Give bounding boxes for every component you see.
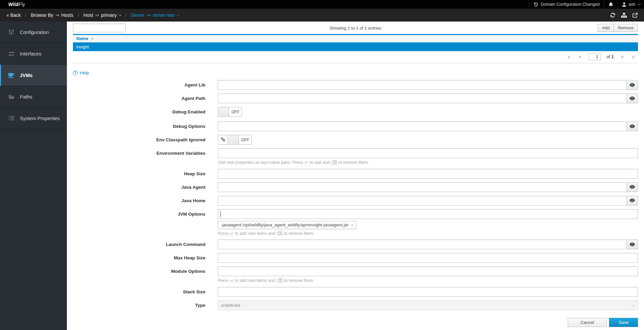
external-link-icon[interactable]: [633, 13, 638, 18]
cancel-button[interactable]: Cancel: [568, 318, 607, 327]
field-label-java-home: Java Home: [73, 196, 205, 203]
resolve-expression-button[interactable]: [627, 196, 638, 206]
user-name: ash: [629, 2, 635, 7]
column-header-name[interactable]: Name: [76, 36, 93, 41]
environment-variables-help: Add new properties as key=value pairs. P…: [218, 160, 638, 165]
help-link[interactable]: ? Help: [73, 70, 89, 75]
resolve-expression-button[interactable]: [627, 94, 638, 103]
pagination-prev-button[interactable]: <: [577, 54, 583, 60]
field-label-env-classpath-ignored: Env Classpath Ignored: [73, 135, 205, 142]
table-header: Name: [73, 34, 638, 42]
expression-link-button[interactable]: [218, 135, 228, 144]
domain-status-label: Domain Configuration Changed: [541, 2, 600, 7]
sidebar-item-label: Configuration: [20, 30, 49, 35]
resolve-expression-button[interactable]: [627, 182, 638, 192]
enter-key-icon: ↵: [304, 160, 308, 165]
breadcrumb-host-primary[interactable]: Host ⇒ primary: [83, 12, 121, 18]
enter-key-icon: ↵: [230, 231, 234, 236]
search-input[interactable]: [73, 24, 126, 32]
back-button[interactable]: « Back: [6, 12, 21, 18]
debug-enabled-toggle[interactable]: OFF: [218, 107, 242, 117]
row-name-cell: insight: [76, 44, 89, 49]
breadcrumb-server-server-two[interactable]: Server ⇒ server-two: [131, 12, 178, 18]
breadcrumb-browse-by-hosts[interactable]: Browse By ⇒ Hosts: [31, 12, 73, 18]
sidebar-item-interfaces[interactable]: Interfaces: [0, 43, 67, 65]
field-label-agent-lib: Agent Lib: [73, 80, 205, 87]
jvm-attributes-form: Agent Lib Agent Path: [73, 80, 638, 310]
java-agent-input[interactable]: [218, 182, 627, 192]
breadcrumb: « Back / Browse By ⇒ Hosts / Host ⇒ prim…: [0, 9, 644, 22]
notifications-button[interactable]: [604, 0, 617, 9]
pagination-first-button[interactable]: «: [566, 54, 572, 60]
pagination-last-button[interactable]: »: [631, 54, 636, 60]
refresh-icon[interactable]: [610, 12, 615, 18]
topology-icon[interactable]: [621, 13, 627, 18]
type-select[interactable]: undefined: [218, 300, 638, 310]
enter-key-icon: ↵: [230, 279, 234, 283]
eye-icon: [630, 82, 635, 88]
field-label-max-heap-size: Max Heap Size: [73, 253, 205, 260]
launch-command-input[interactable]: [218, 240, 627, 249]
sliders-icon: [8, 29, 15, 35]
resolve-expression-button[interactable]: [627, 240, 638, 249]
field-label-debug-options: Debug Options: [73, 121, 205, 129]
backspace-key-icon: ⌫: [331, 160, 337, 165]
field-label-heap-size: Heap Size: [73, 169, 205, 176]
page-number-input[interactable]: [589, 53, 601, 60]
environment-variables-input[interactable]: [218, 148, 638, 158]
sidebar-item-system-properties[interactable]: System Properties: [0, 108, 67, 129]
field-label-environment-variables: Environment Variables: [73, 148, 205, 156]
user-menu[interactable]: ash: [617, 0, 644, 9]
jvm-options-input[interactable]: [218, 209, 638, 219]
table-row[interactable]: insight: [73, 42, 638, 51]
stack-size-input[interactable]: [218, 287, 638, 297]
domain-configuration-changed-link[interactable]: Domain Configuration Changed: [529, 0, 604, 9]
folder-open-icon: [8, 95, 15, 99]
field-label-stack-size: Stack Size: [73, 287, 205, 294]
arrow-icon: ⇒: [147, 12, 151, 18]
breadcrumb-separator: /: [78, 12, 79, 18]
form-actions: Cancel Save: [568, 318, 638, 327]
env-classpath-ignored-toggle[interactable]: OFF: [218, 135, 252, 145]
arrow-icon: ⇒: [95, 12, 99, 18]
max-heap-size-input[interactable]: [218, 253, 638, 263]
breadcrumb-separator: /: [25, 12, 27, 18]
save-button[interactable]: Save: [609, 318, 638, 327]
agent-path-input[interactable]: [218, 94, 627, 103]
sidebar-item-paths[interactable]: Paths: [0, 86, 67, 108]
java-home-input[interactable]: [218, 196, 627, 206]
eye-icon: [630, 184, 635, 190]
remove-tag-button[interactable]: x: [351, 223, 353, 227]
remove-button[interactable]: Remove: [613, 24, 638, 32]
pagination: « < of1 > »: [73, 51, 638, 63]
eye-icon: [630, 123, 635, 130]
jvm-option-tag: -javaagent:/opt/wildfly/java_agent_wildf…: [218, 221, 356, 229]
bell-icon: [609, 2, 613, 7]
chevron-down-icon: [119, 13, 121, 16]
sidebar-item-jvms[interactable]: JVMs: [0, 65, 67, 86]
eye-icon: [630, 197, 635, 204]
main-content: Showing 1 to 1 of 1 entries Add Remove N…: [67, 22, 644, 330]
field-label-debug-enabled: Debug Enabled: [73, 107, 205, 114]
help-icon: ?: [73, 71, 78, 75]
type-select-value: undefined: [221, 303, 240, 308]
add-button[interactable]: Add: [598, 24, 614, 32]
field-label-module-options: Module Options: [73, 266, 205, 274]
jvm-options-help: Press ↵ to add new items and ⌫ to remove…: [218, 231, 638, 236]
sidebar-item-configuration[interactable]: Configuration: [0, 22, 67, 43]
debug-options-input[interactable]: [218, 121, 627, 131]
resolve-expression-button[interactable]: [627, 121, 638, 131]
wildfly-logo[interactable]: WildFly: [8, 2, 25, 7]
chevron-down-icon: [632, 303, 635, 306]
module-options-input[interactable]: [218, 266, 638, 276]
field-label-launch-command: Launch Command: [73, 240, 205, 247]
eye-icon: [630, 242, 635, 248]
field-label-agent-path: Agent Path: [73, 94, 205, 101]
heap-size-input[interactable]: [218, 169, 638, 179]
toggle-handle: [228, 135, 239, 144]
pagination-next-button[interactable]: >: [619, 54, 625, 60]
exchange-icon: [8, 51, 15, 56]
backspace-key-icon: ⌫: [276, 279, 283, 283]
agent-lib-input[interactable]: [218, 80, 627, 90]
resolve-expression-button[interactable]: [627, 80, 638, 90]
